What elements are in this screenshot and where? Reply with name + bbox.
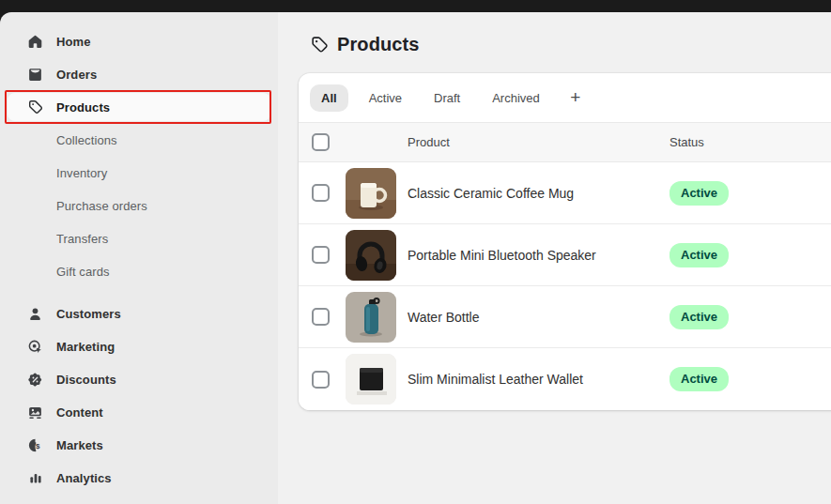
sidebar-item-label: Customers: [56, 307, 121, 321]
svg-text:$: $: [36, 442, 40, 451]
app-frame: Home Orders Products Collections Invento…: [0, 12, 831, 504]
sidebar-item-discounts[interactable]: Discounts: [8, 365, 270, 393]
sidebar-item-analytics[interactable]: Analytics: [8, 464, 270, 492]
sidebar-item-purchase-orders[interactable]: Purchase orders: [8, 191, 270, 220]
products-card: All Active Draft Archived + Product Stat…: [299, 73, 831, 410]
tab-draft[interactable]: Draft: [423, 84, 471, 112]
status-badge: Active: [669, 243, 729, 267]
sidebar-item-label: Transfers: [56, 232, 108, 246]
sidebar-item-customers[interactable]: Customers: [8, 299, 270, 328]
sidebar-item-products[interactable]: Products: [8, 93, 270, 121]
select-all-checkbox[interactable]: [312, 133, 330, 151]
sidebar-item-label: Inventory: [56, 166, 107, 180]
sidebar-item-markets[interactable]: $ Markets: [8, 431, 270, 459]
main-content: Products All Active Draft Archived + Pro…: [278, 12, 831, 504]
products-tag-icon: [310, 35, 330, 54]
sidebar-item-label: Analytics: [56, 471, 112, 485]
product-thumbnail-headphones: [346, 230, 396, 281]
sidebar-item-gift-cards[interactable]: Gift cards: [8, 257, 270, 285]
content-icon: [26, 404, 44, 421]
product-title[interactable]: Slim Minimalist Leather Wallet: [408, 372, 583, 387]
table-row[interactable]: Classic Ceramic Coffee Mug Active: [299, 162, 831, 224]
column-header-status: Status: [669, 135, 704, 149]
sidebar-item-content[interactable]: Content: [8, 398, 270, 426]
sidebar-item-label: Gift cards: [56, 265, 110, 279]
product-title[interactable]: Water Bottle: [408, 310, 480, 325]
sidebar-item-label: Orders: [56, 68, 97, 82]
column-header-product: Product: [408, 135, 450, 149]
markets-icon: $: [26, 436, 44, 454]
table-row[interactable]: Slim Minimalist Leather Wallet Active: [299, 348, 831, 410]
sidebar-item-label: Home: [56, 35, 91, 49]
status-badge: Active: [669, 181, 729, 206]
add-view-button[interactable]: +: [562, 84, 589, 111]
view-tabs: All Active Draft Archived +: [299, 73, 831, 122]
sidebar-item-orders[interactable]: Orders: [8, 60, 270, 88]
product-thumbnail-coffee-mug: [346, 168, 396, 219]
sidebar-item-label: Collections: [56, 133, 117, 147]
row-checkbox[interactable]: [312, 184, 330, 202]
sidebar-item-collections[interactable]: Collections: [8, 126, 270, 154]
analytics-icon: [26, 469, 44, 487]
tab-all[interactable]: All: [310, 84, 348, 112]
sidebar: Home Orders Products Collections Invento…: [0, 12, 278, 504]
product-title[interactable]: Portable Mini Bluetooth Speaker: [408, 248, 596, 263]
sidebar-item-label: Markets: [56, 438, 103, 452]
tab-archived[interactable]: Archived: [481, 84, 551, 112]
row-checkbox[interactable]: [312, 308, 330, 326]
page-header: Products: [310, 31, 831, 57]
discounts-icon: [26, 371, 44, 389]
sidebar-item-transfers[interactable]: Transfers: [8, 224, 270, 252]
page-title: Products: [337, 34, 419, 55]
customers-icon: [26, 305, 44, 323]
sidebar-item-home[interactable]: Home: [8, 27, 270, 55]
status-badge: Active: [669, 305, 729, 329]
sidebar-item-label: Marketing: [56, 340, 115, 354]
product-thumbnail-wallet: [346, 354, 396, 405]
row-checkbox[interactable]: [312, 371, 330, 389]
status-badge: Active: [669, 367, 729, 391]
sidebar-item-label: Content: [56, 405, 103, 420]
top-bar: [0, 0, 831, 12]
marketing-icon: [26, 338, 44, 356]
row-checkbox[interactable]: [312, 246, 330, 264]
product-thumbnail-water-bottle: [346, 292, 396, 343]
sidebar-item-marketing[interactable]: Marketing: [8, 332, 270, 360]
sidebar-item-inventory[interactable]: Inventory: [8, 159, 270, 187]
tab-active[interactable]: Active: [358, 84, 413, 112]
products-icon: [26, 99, 44, 116]
sidebar-item-label: Purchase orders: [56, 199, 147, 213]
annotation-highlight-box: [5, 90, 271, 124]
orders-icon: [26, 66, 44, 84]
table-row[interactable]: Portable Mini Bluetooth Speaker Active: [299, 224, 831, 286]
product-title[interactable]: Classic Ceramic Coffee Mug: [408, 186, 574, 201]
sidebar-item-label: Products: [56, 100, 110, 115]
sidebar-item-label: Discounts: [56, 373, 116, 387]
table-row[interactable]: Water Bottle Active: [299, 286, 831, 348]
table-header-row: Product Status: [299, 122, 831, 162]
home-icon: [26, 33, 44, 51]
